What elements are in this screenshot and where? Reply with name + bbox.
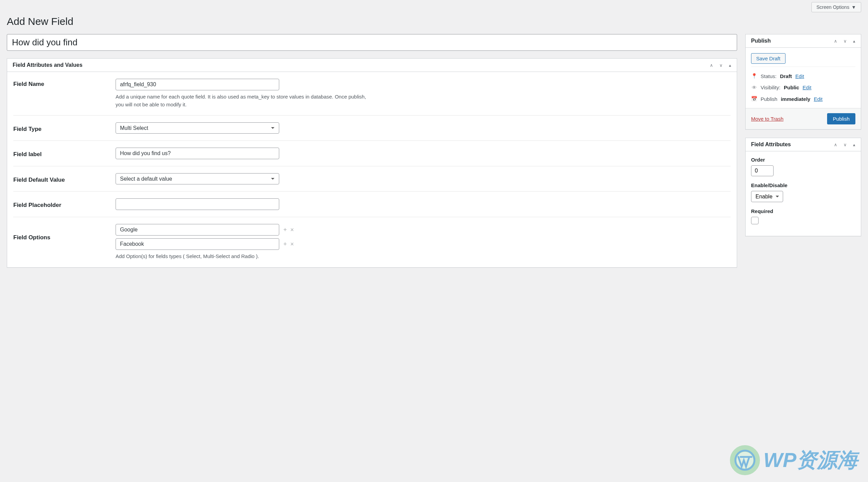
remove-option-icon[interactable]: ×	[290, 241, 294, 248]
add-option-icon[interactable]: +	[283, 226, 287, 234]
panel-down-icon[interactable]: ∨	[719, 63, 723, 68]
visibility-value: Public	[784, 85, 799, 90]
enable-disable-label: Enable/Disable	[751, 182, 855, 188]
publish-date-edit-link[interactable]: Edit	[814, 96, 823, 102]
title-input[interactable]	[7, 34, 737, 51]
field-placeholder-input[interactable]	[116, 198, 279, 210]
publish-date-value: immediately	[781, 96, 810, 102]
visibility-label: Visibility:	[761, 85, 780, 90]
panel-toggle-icon[interactable]: ▴	[729, 63, 731, 68]
field-attributes-values-panel: Field Attributes and Values ∧ ∨ ▴ Field …	[7, 58, 737, 268]
publish-panel: Publish ∧ ∨ ▴ Save Draft 📍 Status: Draft…	[745, 34, 861, 130]
field-label-input[interactable]	[116, 148, 279, 159]
publish-button[interactable]: Publish	[827, 113, 855, 124]
field-default-value-select[interactable]: Select a default value	[116, 173, 279, 184]
panel-up-icon[interactable]: ∧	[710, 63, 713, 68]
caret-down-icon: ▼	[851, 4, 856, 10]
enable-disable-select[interactable]: Enable	[751, 191, 783, 202]
panel-heading: Field Attributes and Values	[13, 62, 83, 68]
save-draft-button[interactable]: Save Draft	[751, 53, 785, 64]
visibility-edit-link[interactable]: Edit	[803, 85, 811, 90]
field-option-input-0[interactable]	[116, 224, 279, 236]
panel-up-icon[interactable]: ∧	[834, 142, 837, 147]
calendar-icon: 📅	[751, 96, 757, 102]
panel-up-icon[interactable]: ∧	[834, 39, 837, 44]
field-name-description: Add a unique name for each quote field. …	[116, 93, 368, 108]
page-title: Add New Field	[7, 16, 861, 27]
order-input[interactable]	[751, 165, 774, 176]
order-label: Order	[751, 157, 855, 163]
field-attributes-heading: Field Attributes	[751, 141, 791, 148]
status-edit-link[interactable]: Edit	[795, 73, 804, 79]
panel-down-icon[interactable]: ∨	[843, 142, 847, 147]
panel-toggle-icon[interactable]: ▴	[853, 142, 855, 147]
move-to-trash-link[interactable]: Move to Trash	[751, 116, 783, 122]
status-value: Draft	[780, 73, 792, 79]
field-options-description: Add Option(s) for fields types ( Select,…	[116, 253, 368, 260]
required-checkbox[interactable]	[751, 217, 759, 224]
pin-icon: 📍	[751, 73, 757, 79]
add-option-icon[interactable]: +	[283, 241, 287, 248]
field-placeholder-label: Field Placeholder	[13, 200, 116, 209]
remove-option-icon[interactable]: ×	[290, 226, 294, 234]
field-type-select[interactable]: Multi Select	[116, 122, 279, 134]
required-label: Required	[751, 208, 855, 214]
field-name-label: Field Name	[13, 79, 116, 88]
eye-icon: 👁	[751, 85, 757, 90]
screen-options-label: Screen Options	[817, 4, 850, 10]
publish-heading: Publish	[751, 38, 771, 44]
field-option-input-1[interactable]	[116, 238, 279, 250]
screen-options-button[interactable]: Screen Options ▼	[811, 2, 861, 12]
panel-toggle-icon[interactable]: ▴	[853, 39, 855, 44]
publish-date-label: Publish	[761, 96, 777, 102]
field-label-label: Field label	[13, 149, 116, 158]
status-label: Status:	[761, 73, 777, 79]
panel-down-icon[interactable]: ∨	[843, 39, 847, 44]
field-options-label: Field Options	[13, 224, 116, 241]
field-attributes-side-panel: Field Attributes ∧ ∨ ▴ Order Enable/Disa…	[745, 138, 861, 236]
field-name-input[interactable]	[116, 79, 279, 90]
field-type-label: Field Type	[13, 124, 116, 133]
field-default-value-label: Field Default Value	[13, 175, 116, 183]
